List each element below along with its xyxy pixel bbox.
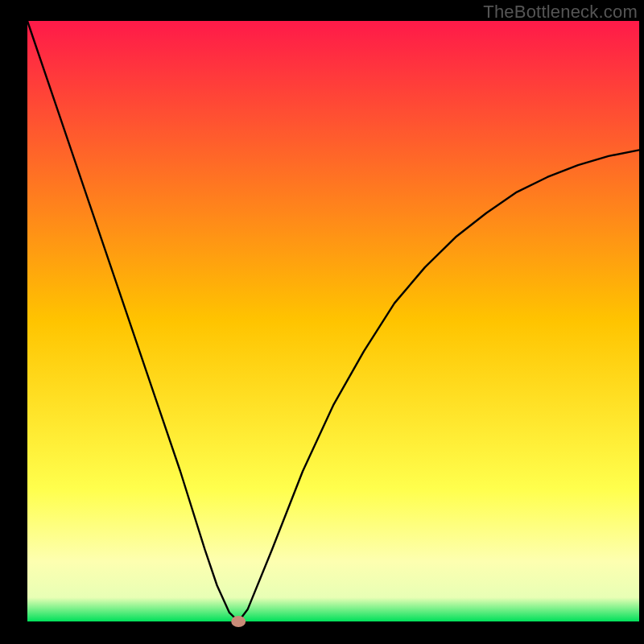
watermark-text: TheBottleneck.com [483, 2, 638, 23]
optimal-marker [231, 616, 246, 627]
plot-area [27, 21, 639, 627]
chart-container: TheBottleneck.com [0, 0, 644, 644]
chart-svg [0, 0, 644, 644]
plot-background [27, 21, 639, 621]
